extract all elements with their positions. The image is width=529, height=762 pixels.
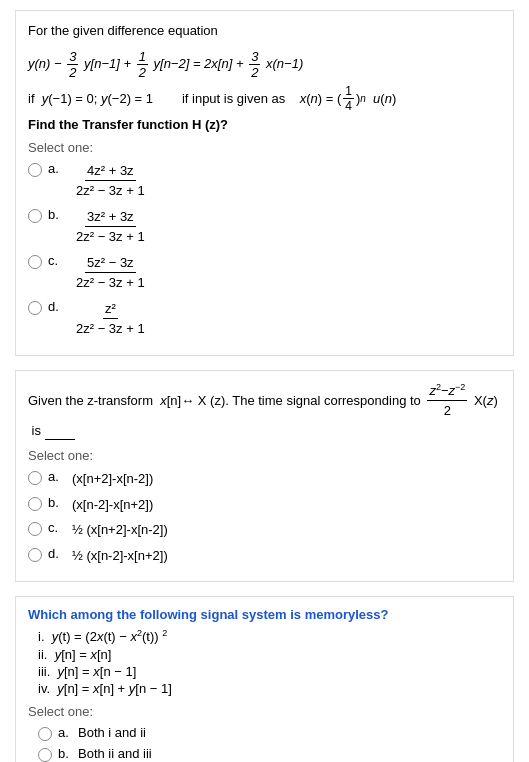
q2-intro: Given the z-transform x[n]↔ X (z). The t… bbox=[28, 381, 501, 441]
q3-label-b: b. bbox=[58, 746, 72, 761]
q1-label-b: b. bbox=[48, 207, 62, 222]
q1-option-d[interactable]: d. z²2z² − 3z + 1 bbox=[28, 299, 501, 339]
q1-label-a: a. bbox=[48, 161, 62, 176]
q3-signal-ii: ii. y[n] = x[n] bbox=[38, 647, 501, 662]
question-2-block: Given the z-transform x[n]↔ X (z). The t… bbox=[15, 370, 514, 583]
q2-radio-d[interactable] bbox=[28, 548, 42, 562]
q3-content-a: Both i and ii bbox=[78, 725, 146, 740]
q1-option-c[interactable]: c. 5z² − 3z2z² − 3z + 1 bbox=[28, 253, 501, 293]
q2-content-c: ½ (x[n+2]-x[n-2]) bbox=[72, 520, 168, 540]
q1-radio-d[interactable] bbox=[28, 301, 42, 315]
question-3-block: Which among the following signal system … bbox=[15, 596, 514, 762]
q3-option-a[interactable]: a. Both i and ii bbox=[38, 725, 501, 741]
q2-radio-a[interactable] bbox=[28, 471, 42, 485]
q3-title: Which among the following signal system … bbox=[28, 607, 501, 622]
q2-label-c: c. bbox=[48, 520, 62, 535]
q3-signal-iii: iii. y[n] = x[n − 1] bbox=[38, 664, 501, 679]
q1-content-b: 3z² + 3z2z² − 3z + 1 bbox=[72, 207, 149, 247]
q1-find: Find the Transfer function H (z)? bbox=[28, 117, 501, 132]
q2-content-b: (x[n-2]-x[n+2]) bbox=[72, 495, 153, 515]
q3-signal-iv: iv. y[n] = x[n] + y[n − 1] bbox=[38, 681, 501, 696]
q1-content-a: 4z² + 3z2z² − 3z + 1 bbox=[72, 161, 149, 201]
q3-radio-a[interactable] bbox=[38, 727, 52, 741]
q1-options-list: a. 4z² + 3z2z² − 3z + 1 b. 3z² + 3z2z² −… bbox=[28, 161, 501, 339]
q2-content-d: ½ (x[n-2]-x[n+2]) bbox=[72, 546, 168, 566]
q1-radio-b[interactable] bbox=[28, 209, 42, 223]
q2-option-b[interactable]: b. (x[n-2]-x[n+2]) bbox=[28, 495, 501, 515]
q2-label-b: b. bbox=[48, 495, 62, 510]
q3-option-b[interactable]: b. Both ii and iii bbox=[38, 746, 501, 762]
q2-label-d: d. bbox=[48, 546, 62, 561]
q3-select-label: Select one: bbox=[28, 704, 501, 719]
q1-content-c: 5z² − 3z2z² − 3z + 1 bbox=[72, 253, 149, 293]
q3-signals-list: i. y(t) = (2x(t) − x2(t)) 2 ii. y[n] = x… bbox=[38, 628, 501, 695]
q2-options-list: a. (x[n+2]-x[n-2]) b. (x[n-2]-x[n+2]) c.… bbox=[28, 469, 501, 565]
q1-label-d: d. bbox=[48, 299, 62, 314]
q2-radio-b[interactable] bbox=[28, 497, 42, 511]
q2-option-d[interactable]: d. ½ (x[n-2]-x[n+2]) bbox=[28, 546, 501, 566]
q3-content-b: Both ii and iii bbox=[78, 746, 152, 761]
q2-label-a: a. bbox=[48, 469, 62, 484]
q3-radio-b[interactable] bbox=[38, 748, 52, 762]
q1-radio-a[interactable] bbox=[28, 163, 42, 177]
q1-option-b[interactable]: b. 3z² + 3z2z² − 3z + 1 bbox=[28, 207, 501, 247]
q1-option-a[interactable]: a. 4z² + 3z2z² − 3z + 1 bbox=[28, 161, 501, 201]
q1-equation: y(n) − 32 y[n−1] + 12 y[n−2] = 2x[n] + 3… bbox=[28, 49, 501, 80]
q2-content-a: (x[n+2]-x[n-2]) bbox=[72, 469, 153, 489]
q3-label-a: a. bbox=[58, 725, 72, 740]
q2-option-a[interactable]: a. (x[n+2]-x[n-2]) bbox=[28, 469, 501, 489]
q1-radio-c[interactable] bbox=[28, 255, 42, 269]
question-1-block: For the given difference equation y(n) −… bbox=[15, 10, 514, 356]
q1-condition: if y(−1) = 0; y(−2) = 1 if input is give… bbox=[28, 84, 501, 113]
q2-option-c[interactable]: c. ½ (x[n+2]-x[n-2]) bbox=[28, 520, 501, 540]
q1-label-c: c. bbox=[48, 253, 62, 268]
q3-signal-i: i. y(t) = (2x(t) − x2(t)) 2 bbox=[38, 628, 501, 644]
q1-content-d: z²2z² − 3z + 1 bbox=[72, 299, 149, 339]
q1-intro: For the given difference equation bbox=[28, 21, 501, 41]
q2-radio-c[interactable] bbox=[28, 522, 42, 536]
q2-select-label: Select one: bbox=[28, 448, 501, 463]
q1-select-label: Select one: bbox=[28, 140, 501, 155]
q3-options-list: a. Both i and ii b. Both ii and iii c. B… bbox=[38, 725, 501, 762]
